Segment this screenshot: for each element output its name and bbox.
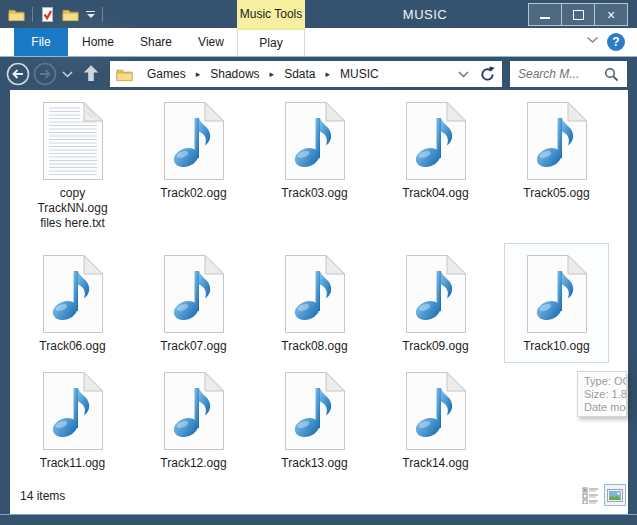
paste-icon[interactable] — [40, 6, 55, 23]
up-button[interactable] — [82, 64, 100, 82]
maximize-icon — [573, 10, 584, 20]
quick-access-toolbar — [8, 4, 103, 24]
search-icon[interactable] — [604, 67, 619, 82]
customize-qat-dropdown-icon[interactable] — [86, 11, 95, 18]
breadcrumb-item-shadows[interactable]: Shadows — [210, 67, 259, 81]
file-row-3: Track11.ogg Track12.ogg Track13.ogg Trac… — [12, 360, 496, 480]
file-name: Track09.ogg — [402, 339, 468, 354]
file-track05-ogg[interactable]: Track05.ogg — [496, 90, 617, 240]
file-track14-ogg[interactable]: Track14.ogg — [375, 360, 496, 480]
back-button[interactable] — [6, 62, 30, 86]
breadcrumb-separator-icon[interactable]: ▸ — [270, 69, 275, 79]
recent-locations-chevron-icon[interactable] — [62, 71, 73, 78]
tab-view[interactable]: View — [186, 28, 236, 56]
audio-file-icon — [42, 254, 104, 334]
file-name: copy TrackNN.ogg files here.txt — [31, 186, 115, 231]
explorer-folder-icon[interactable] — [8, 7, 25, 22]
breadcrumb-item-sdata[interactable]: Sdata — [284, 67, 315, 81]
breadcrumb-separator-icon[interactable]: ▸ — [196, 69, 201, 79]
file-name: Track05.ogg — [523, 186, 589, 201]
tab-home[interactable]: Home — [72, 28, 124, 56]
help-icon[interactable]: ? — [607, 33, 625, 51]
file-name: Track06.ogg — [39, 339, 105, 354]
breadcrumb-item-games[interactable]: Games — [147, 67, 186, 81]
file-track02-ogg[interactable]: Track02.ogg — [133, 90, 254, 240]
audio-file-icon — [405, 371, 467, 451]
file-name: Track03.ogg — [281, 186, 347, 201]
file-track10-ogg-selected[interactable]: Track10.ogg — [496, 243, 617, 363]
search-placeholder: Search M... — [518, 67, 604, 81]
file-name: Track11.ogg — [40, 456, 105, 471]
audio-file-icon — [405, 254, 467, 334]
breadcrumb: Games ▸ Shadows ▸ Sdata ▸ MUSIC — [147, 67, 379, 81]
address-dropdown-chevron-icon[interactable] — [458, 71, 469, 78]
file-name: Track14.ogg — [402, 456, 468, 471]
close-button[interactable]: × — [595, 3, 628, 26]
ribbon-tab-bar: File Home Share View Play ? — [0, 28, 637, 56]
file-name: Track04.ogg — [402, 186, 468, 201]
items-count: 14 items — [20, 478, 65, 514]
file-track09-ogg[interactable]: Track09.ogg — [375, 243, 496, 363]
file-name: Track12.ogg — [160, 456, 226, 471]
file-track12-ogg[interactable]: Track12.ogg — [133, 360, 254, 480]
tooltip-date: Date mod — [584, 401, 626, 414]
audio-file-icon — [526, 254, 588, 334]
file-row-2: Track06.ogg Track07.ogg Track08.ogg Trac… — [12, 243, 617, 363]
audio-file-icon — [163, 371, 225, 451]
breadcrumb-separator-icon[interactable]: ▸ — [325, 69, 330, 79]
minimize-button[interactable] — [528, 3, 562, 26]
new-folder-icon[interactable] — [62, 7, 79, 22]
file-name: Track02.ogg — [160, 186, 226, 201]
thumbnail-view-icon — [607, 489, 623, 502]
audio-file-icon — [42, 371, 104, 451]
tab-share[interactable]: Share — [128, 28, 184, 56]
forward-button[interactable] — [33, 62, 57, 86]
file-list-area[interactable]: copy TrackNN.ogg files here.txt Track02.… — [10, 90, 628, 514]
audio-file-icon — [163, 254, 225, 334]
file-row-1: copy TrackNN.ogg files here.txt Track02.… — [12, 90, 617, 240]
address-folder-icon — [116, 67, 133, 82]
file-track07-ogg[interactable]: Track07.ogg — [133, 243, 254, 363]
refresh-icon[interactable] — [479, 66, 496, 83]
large-icons-view-button[interactable] — [604, 484, 626, 506]
file-track04-ogg[interactable]: Track04.ogg — [375, 90, 496, 240]
close-icon: × — [607, 8, 615, 22]
tab-play[interactable]: Play — [237, 28, 305, 56]
title-bar: Music Tools MUSIC × — [0, 0, 637, 28]
maximize-button[interactable] — [562, 3, 595, 26]
audio-file-icon — [526, 101, 588, 181]
file-name: Track07.ogg — [160, 339, 226, 354]
file-track08-ogg[interactable]: Track08.ogg — [254, 243, 375, 363]
audio-file-icon — [284, 101, 346, 181]
file-track13-ogg[interactable]: Track13.ogg — [254, 360, 375, 480]
audio-file-icon — [405, 101, 467, 181]
address-bar[interactable]: Games ▸ Shadows ▸ Sdata ▸ MUSIC — [110, 61, 502, 87]
audio-file-icon — [284, 254, 346, 334]
details-view-button[interactable] — [582, 486, 599, 504]
qat-separator — [32, 7, 33, 22]
status-bar: 14 items — [10, 478, 628, 514]
file-name: Track08.ogg — [281, 339, 347, 354]
file-info-tooltip: Type: OG Size: 1.86 Date mod — [577, 371, 627, 417]
view-toggle-buttons — [582, 484, 626, 506]
audio-file-icon — [284, 371, 346, 451]
breadcrumb-item-music[interactable]: MUSIC — [340, 67, 379, 81]
file-copy-tracknn-txt[interactable]: copy TrackNN.ogg files here.txt — [12, 90, 133, 240]
tooltip-size: Size: 1.86 — [584, 388, 626, 401]
navigation-bar: Games ▸ Shadows ▸ Sdata ▸ MUSIC Search M… — [0, 56, 637, 90]
tooltip-type: Type: OG — [584, 375, 626, 388]
file-track06-ogg[interactable]: Track06.ogg — [12, 243, 133, 363]
text-file-icon — [42, 101, 104, 181]
search-input[interactable]: Search M... — [510, 61, 627, 87]
window-title: MUSIC — [370, 0, 480, 28]
contextual-tab-group-music-tools: Music Tools — [237, 0, 305, 29]
audio-file-icon — [163, 101, 225, 181]
minimize-icon — [540, 17, 550, 19]
collapse-ribbon-chevron-icon[interactable] — [586, 36, 599, 44]
file-name: Track13.ogg — [281, 456, 347, 471]
file-track03-ogg[interactable]: Track03.ogg — [254, 90, 375, 240]
tab-file[interactable]: File — [14, 28, 68, 56]
qat-separator — [102, 7, 103, 22]
file-track11-ogg[interactable]: Track11.ogg — [12, 360, 133, 480]
window-bottom-edge — [0, 514, 637, 515]
